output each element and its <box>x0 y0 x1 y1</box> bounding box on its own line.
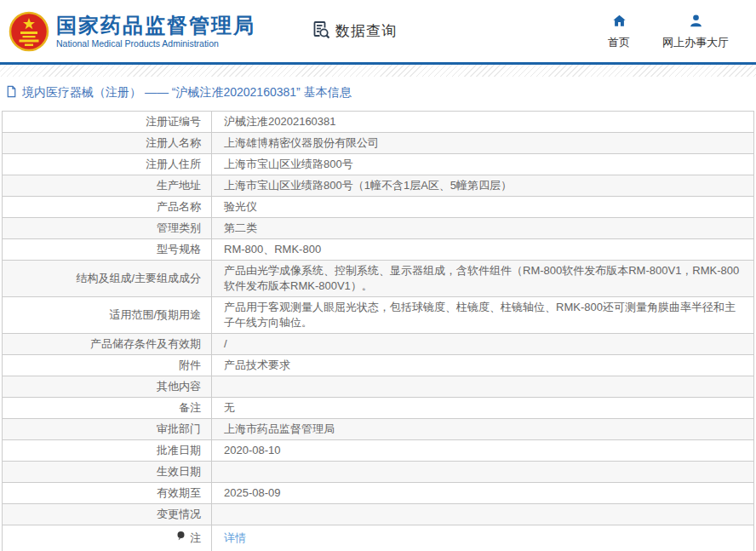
row-value: 上海市宝山区业绩路800号 <box>212 154 753 175</box>
row-value-text: 上海雄博精密仪器股份有限公司 <box>224 135 379 151</box>
row-label-text: 产品储存条件及有效期 <box>90 336 201 352</box>
row-value-text: 上海市宝山区业绩路800号（1幢不含1层A区、5幢第四层） <box>224 178 512 193</box>
row-label: 适用范围/预期用途 <box>3 297 212 333</box>
row-value-text: RM-800、RMK-800 <box>224 242 321 257</box>
row-label-text: 注册证编号 <box>146 114 201 129</box>
row-label: 注册人名称 <box>3 133 212 153</box>
row-label: 附件 <box>3 355 212 376</box>
breadcrumb-text: 境内医疗器械（注册） —— “沪械注准20202160381” 基本信息 <box>22 85 352 100</box>
table-row: 附件产品技术要求 <box>3 355 753 376</box>
row-label-text: 注册人名称 <box>146 135 201 151</box>
home-icon <box>611 13 627 32</box>
row-value: 上海市宝山区业绩路800号（1幢不含1层A区、5幢第四层） <box>212 175 753 196</box>
table-row: 注详情 <box>3 525 753 551</box>
row-value-text: 沪械注准20202160381 <box>224 114 336 129</box>
row-value: / <box>212 334 753 354</box>
row-label: 其他内容 <box>3 376 212 397</box>
row-value: 产品技术要求 <box>212 355 753 376</box>
row-value-text: 2020-08-10 <box>224 443 281 458</box>
row-label-text: 变更情况 <box>157 507 201 522</box>
row-label: 管理类别 <box>3 218 212 238</box>
row-value-text: 验光仪 <box>224 199 257 215</box>
row-label: 审批部门 <box>3 419 212 439</box>
table-row: 生效日期 <box>3 462 753 483</box>
table-row: 适用范围/预期用途产品用于客观测量人眼屈光状态，包括球镜度、柱镜度、柱镜轴位、R… <box>3 297 753 334</box>
row-label-text: 附件 <box>179 358 201 373</box>
row-value-text: 产品由光学成像系统、控制系统、显示器组成，含软件组件（RM-800软件发布版本R… <box>224 263 745 294</box>
row-value: 沪械注准20202160381 <box>212 112 753 132</box>
row-value-text: 第二类 <box>224 221 257 236</box>
table-row: 批准日期2020-08-10 <box>3 440 753 462</box>
row-value <box>212 376 753 397</box>
row-value <box>212 504 753 525</box>
row-value: 验光仪 <box>212 197 753 217</box>
row-label: 产品储存条件及有效期 <box>3 334 212 354</box>
table-row: 审批部门上海市药品监督管理局 <box>3 419 753 440</box>
row-value: 2025-08-09 <box>212 483 753 503</box>
row-label-text: 注册人住所 <box>146 157 201 172</box>
info-table: 注册证编号沪械注准20202160381注册人名称上海雄博精密仪器股份有限公司注… <box>2 111 754 551</box>
row-label-text: 注 <box>190 531 201 546</box>
person-icon <box>688 13 704 32</box>
row-label-text: 批准日期 <box>157 443 201 458</box>
row-label: 变更情况 <box>3 504 212 525</box>
row-label-text: 其他内容 <box>157 379 201 394</box>
site-title-en: National Medical Products Administration <box>56 37 255 49</box>
document-search-icon <box>311 20 331 43</box>
row-label: 生效日期 <box>3 462 212 482</box>
row-value: 2020-08-10 <box>212 440 753 461</box>
site-header: 国家药品监督管理局 National Medical Products Admi… <box>0 0 756 65</box>
row-label: 型号规格 <box>3 239 212 260</box>
row-label: 注册人住所 <box>3 154 212 175</box>
nav-home[interactable]: 首页 <box>608 13 630 50</box>
site-logo: 国家药品监督管理局 National Medical Products Admi… <box>9 11 255 52</box>
table-row: 产品名称验光仪 <box>3 197 753 218</box>
table-row: 变更情况 <box>3 504 753 525</box>
table-row: 管理类别第二类 <box>3 218 753 239</box>
header-nav: 首页 网上办事大厅 <box>608 13 729 50</box>
table-row: 结构及组成/主要组成成分产品由光学成像系统、控制系统、显示器组成，含软件组件（R… <box>3 261 753 297</box>
row-value-text: 无 <box>224 400 235 416</box>
bulb-icon <box>175 531 186 546</box>
row-value: 产品由光学成像系统、控制系统、显示器组成，含软件组件（RM-800软件发布版本R… <box>212 261 753 296</box>
nav-service-hall[interactable]: 网上办事大厅 <box>662 13 729 50</box>
document-icon <box>5 85 18 100</box>
row-label-text: 管理类别 <box>157 221 201 236</box>
row-label-text: 有效期至 <box>157 485 201 501</box>
row-label: 注册证编号 <box>3 112 212 132</box>
national-emblem-icon <box>9 11 49 52</box>
table-row: 注册证编号沪械注准20202160381 <box>3 112 753 133</box>
detail-link[interactable]: 详情 <box>224 531 246 546</box>
site-title: 国家药品监督管理局 National Medical Products Admi… <box>56 14 255 49</box>
breadcrumb: 境内医疗器械（注册） —— “沪械注准20202160381” 基本信息 <box>0 77 756 108</box>
row-value: 无 <box>212 398 753 418</box>
row-label: 备注 <box>3 398 212 418</box>
row-value-text: 上海市药品监督管理局 <box>224 422 335 437</box>
nav-service-hall-label: 网上办事大厅 <box>662 35 729 50</box>
table-row: 其他内容 <box>3 376 753 398</box>
row-value <box>212 462 753 482</box>
nav-home-label: 首页 <box>608 35 630 50</box>
table-row: 备注无 <box>3 398 753 419</box>
row-value: 产品用于客观测量人眼屈光状态，包括球镜度、柱镜度、柱镜轴位、RMK-800还可测… <box>212 297 753 333</box>
header-stripe-band <box>0 65 756 77</box>
row-label: 产品名称 <box>3 197 212 217</box>
row-label: 注 <box>3 525 212 551</box>
row-label: 批准日期 <box>3 440 212 461</box>
row-value: 上海雄博精密仪器股份有限公司 <box>212 133 753 153</box>
row-value: 详情 <box>212 525 753 551</box>
row-label-text: 产品名称 <box>157 199 201 215</box>
data-query-nav[interactable]: 数据查询 <box>311 20 397 43</box>
row-value: RM-800、RMK-800 <box>212 239 753 260</box>
row-label: 结构及组成/主要组成成分 <box>3 261 212 296</box>
row-label-text: 生效日期 <box>157 464 201 479</box>
table-row: 注册人名称上海雄博精密仪器股份有限公司 <box>3 133 753 154</box>
row-label-text: 型号规格 <box>157 242 201 257</box>
table-row: 型号规格RM-800、RMK-800 <box>3 239 753 261</box>
row-label-text: 适用范围/预期用途 <box>109 307 201 323</box>
row-label-text: 备注 <box>179 400 201 416</box>
row-label: 生产地址 <box>3 175 212 196</box>
row-label: 有效期至 <box>3 483 212 503</box>
row-value-text: 2025-08-09 <box>224 485 281 501</box>
data-query-label: 数据查询 <box>335 21 397 41</box>
